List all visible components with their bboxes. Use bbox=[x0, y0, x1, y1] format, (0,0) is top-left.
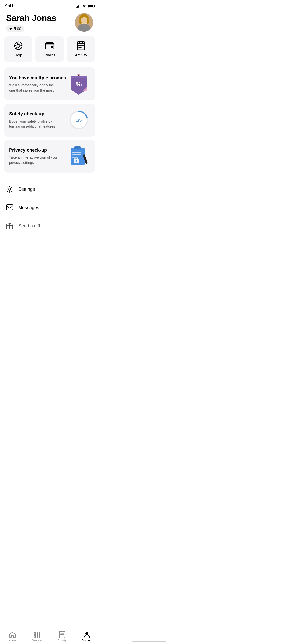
help-action[interactable]: Help bbox=[4, 36, 32, 62]
status-time: 9:41 bbox=[5, 4, 13, 9]
svg-rect-16 bbox=[46, 42, 53, 44]
activity-icon bbox=[76, 41, 86, 50]
help-icon bbox=[14, 41, 23, 50]
safety-text: Safety check-up Boost your safety profil… bbox=[9, 111, 60, 129]
wallet-icon bbox=[45, 41, 54, 50]
privacy-text: Privacy check-up Take an interactive tou… bbox=[9, 147, 60, 165]
promos-desc: We'll automatically apply the one that s… bbox=[9, 83, 60, 93]
activity-action[interactable]: Activity bbox=[67, 36, 95, 62]
user-name: Sarah Jonas bbox=[6, 13, 56, 23]
user-info: Sarah Jonas ★ 5.00 bbox=[6, 13, 56, 32]
rating-value: 5.00 bbox=[14, 26, 21, 31]
settings-icon bbox=[6, 186, 13, 193]
send-gift-label: Send a gift bbox=[18, 223, 40, 229]
svg-rect-34 bbox=[72, 152, 81, 153]
promos-text: You have multiple promos We'll automatic… bbox=[9, 75, 66, 93]
svg-rect-35 bbox=[72, 154, 81, 155]
svg-point-9 bbox=[17, 44, 20, 47]
messages-menu-item[interactable]: Messages bbox=[0, 198, 99, 217]
signal-icon bbox=[76, 5, 80, 8]
svg-rect-17 bbox=[51, 46, 53, 48]
svg-text:1/5: 1/5 bbox=[76, 118, 82, 122]
safety-card[interactable]: Safety check-up Boost your safety profil… bbox=[4, 104, 95, 137]
svg-rect-22 bbox=[79, 41, 80, 43]
wallet-label: Wallet bbox=[44, 53, 55, 57]
svg-rect-5 bbox=[87, 19, 89, 24]
rating-badge: ★ 5.00 bbox=[6, 25, 24, 32]
gift-icon bbox=[6, 222, 13, 229]
wallet-action[interactable]: Wallet bbox=[35, 36, 64, 62]
svg-rect-42 bbox=[6, 205, 13, 210]
svg-point-3 bbox=[79, 14, 89, 21]
status-bar: 9:41 bbox=[0, 0, 99, 11]
svg-rect-21 bbox=[78, 47, 82, 48]
svg-point-38 bbox=[76, 160, 77, 162]
safety-visual: 1/5 bbox=[67, 109, 90, 131]
battery-icon bbox=[88, 5, 94, 8]
activity-label: Activity bbox=[75, 53, 87, 57]
svg-rect-20 bbox=[78, 45, 84, 46]
header: Sarah Jonas ★ 5.00 bbox=[0, 11, 99, 36]
help-label: Help bbox=[14, 53, 22, 57]
settings-label: Settings bbox=[18, 187, 35, 192]
svg-rect-36 bbox=[72, 157, 78, 158]
avatar[interactable] bbox=[75, 13, 93, 32]
svg-rect-23 bbox=[82, 41, 83, 43]
safety-title: Safety check-up bbox=[9, 111, 60, 117]
menu-section: Settings Messages Send a gi bbox=[0, 178, 99, 237]
promo-section: You have multiple promos We'll automatic… bbox=[0, 67, 99, 173]
privacy-visual bbox=[67, 145, 90, 168]
safety-desc: Boost your safety profile by turning on … bbox=[9, 119, 60, 129]
privacy-title: Privacy check-up bbox=[9, 147, 60, 153]
svg-rect-7 bbox=[80, 28, 88, 32]
star-icon: ★ bbox=[9, 27, 12, 31]
svg-point-2 bbox=[80, 18, 88, 26]
svg-point-8 bbox=[15, 42, 22, 50]
promos-title: You have multiple promos bbox=[9, 75, 66, 81]
quick-actions: Help Wallet bbox=[0, 36, 99, 62]
svg-point-6 bbox=[79, 27, 89, 32]
promo-tag-visual: % bbox=[67, 72, 90, 95]
privacy-desc: Take an interactive tour of your privacy… bbox=[9, 155, 60, 165]
settings-menu-item[interactable]: Settings bbox=[0, 180, 99, 198]
svg-rect-19 bbox=[78, 43, 84, 44]
promos-card[interactable]: You have multiple promos We'll automatic… bbox=[4, 67, 95, 100]
svg-rect-27 bbox=[71, 76, 87, 78]
messages-icon bbox=[6, 204, 13, 211]
svg-text:%: % bbox=[76, 80, 82, 88]
svg-rect-4 bbox=[79, 19, 82, 24]
svg-point-41 bbox=[9, 188, 11, 190]
send-gift-menu-item[interactable]: Send a gift bbox=[0, 217, 99, 235]
wifi-icon bbox=[82, 5, 86, 8]
svg-rect-33 bbox=[74, 146, 81, 149]
privacy-card[interactable]: Privacy check-up Take an interactive tou… bbox=[4, 140, 95, 173]
messages-label: Messages bbox=[18, 205, 39, 210]
status-icons bbox=[76, 5, 94, 8]
